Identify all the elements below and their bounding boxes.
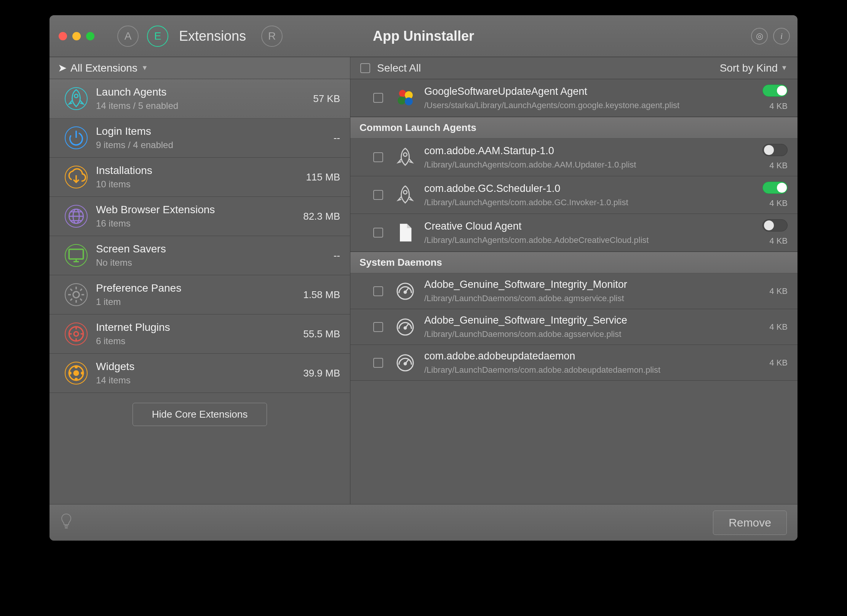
location-arrow-icon: ➤ (58, 62, 67, 74)
sidebar-item-internet-plugins[interactable]: Internet Plugins 6 items 55.5 MB (50, 314, 350, 354)
sidebar-item-sub: 14 items / 5 enabled (96, 101, 178, 111)
list-item[interactable]: Creative Cloud Agent /Library/LaunchAgen… (350, 214, 797, 252)
widget-icon (65, 362, 88, 385)
item-title: com.adobe.AAM.Startup-1.0 (424, 145, 754, 157)
sidebar-item-size: 115 MB (306, 171, 340, 183)
info-button[interactable]: i (773, 28, 790, 45)
gauge-icon (395, 316, 416, 338)
maximize-icon[interactable] (86, 32, 94, 40)
sidebar-item-size: -- (334, 250, 340, 262)
item-checkbox[interactable] (373, 93, 383, 103)
item-checkbox[interactable] (373, 228, 383, 238)
svg-point-13 (69, 372, 71, 374)
chevron-down-icon: ▼ (141, 64, 148, 72)
sidebar-item-sub: 14 items (96, 375, 134, 386)
sidebar-item-label: Widgets (96, 361, 134, 373)
enable-toggle[interactable] (762, 219, 788, 231)
item-title: Creative Cloud Agent (424, 220, 754, 232)
list-item[interactable]: com.adobe.AAM.Startup-1.0 /Library/Launc… (350, 139, 797, 176)
sidebar-item-size: 57 KB (313, 93, 340, 105)
section-header: System Daemons (350, 252, 797, 273)
item-checkbox[interactable] (373, 190, 383, 200)
remove-button[interactable]: Remove (713, 511, 787, 535)
item-checkbox[interactable] (373, 152, 383, 162)
sidebar-item-widgets[interactable]: Widgets 14 items 39.9 MB (50, 354, 350, 393)
tab-extensions[interactable]: E (147, 26, 168, 47)
sort-dropdown[interactable]: Sort by Kind ▼ (720, 62, 788, 74)
feedback-button[interactable]: ◎ (751, 28, 768, 45)
sidebar-item-web-ext[interactable]: Web Browser Extensions 16 items 82.3 MB (50, 197, 350, 236)
sort-label: Sort by Kind (720, 62, 778, 74)
list-item[interactable]: GoogleSoftwareUpdateAgent Agent /Users/s… (350, 79, 797, 117)
sidebar-item-size: 39.9 MB (303, 367, 340, 379)
filter-dropdown[interactable]: ➤ All Extensions ▼ (50, 57, 350, 79)
list-item[interactable]: Adobe_Genuine_Software_Integrity_Service… (350, 309, 797, 345)
item-path: /Library/LaunchAgents/com.adobe.AdobeCre… (424, 235, 754, 245)
sidebar-item-installations[interactable]: Installations 10 items 115 MB (50, 158, 350, 197)
minimize-icon[interactable] (72, 32, 81, 40)
list-item[interactable]: com.adobe.adobeupdatedaemon /Library/Lau… (350, 345, 797, 381)
svg-point-8 (74, 332, 78, 336)
item-size: 4 KB (769, 286, 788, 296)
svg-rect-5 (69, 249, 83, 259)
sidebar-item-login-items[interactable]: Login Items 9 items / 4 enabled -- (50, 118, 350, 158)
main-list[interactable]: GoogleSoftwareUpdateAgent Agent /Users/s… (350, 79, 797, 504)
select-all-checkbox[interactable] (360, 63, 370, 73)
lightbulb-icon (60, 513, 72, 529)
sidebar-item-sub: 10 items (96, 179, 152, 190)
sidebar: Launch Agents 14 items / 5 enabled 57 KB… (50, 79, 350, 504)
rocket-icon (395, 147, 416, 168)
sidebar-item-size: 82.3 MB (303, 211, 340, 222)
item-path: /Library/LaunchDaemons/com.adobe.adobeup… (424, 365, 761, 375)
enable-toggle[interactable] (762, 85, 788, 97)
sidebar-item-sub: No items (96, 257, 166, 268)
extensions-icon: E (154, 30, 161, 42)
tips-button[interactable] (60, 513, 72, 532)
plug-icon (65, 322, 88, 345)
svg-rect-31 (65, 527, 68, 528)
item-checkbox[interactable] (373, 322, 383, 332)
body: Launch Agents 14 items / 5 enabled 57 KB… (50, 79, 797, 504)
item-size: 4 KB (769, 161, 788, 171)
item-checkbox[interactable] (373, 358, 383, 368)
sidebar-item-pref-panes[interactable]: Preference Panes 1 item 1.58 MB (50, 275, 350, 314)
list-item[interactable]: Adobe_Genuine_Software_Integrity_Monitor… (350, 273, 797, 309)
item-size: 4 KB (769, 322, 788, 332)
item-title: com.adobe.adobeupdatedaemon (424, 350, 761, 362)
svg-point-19 (403, 153, 407, 156)
rocket-icon (395, 184, 416, 206)
item-title: com.adobe.GC.Scheduler-1.0 (424, 183, 754, 195)
sidebar-item-sub: 9 items / 4 enabled (96, 140, 173, 150)
sidebar-item-screen-savers[interactable]: Screen Savers No items -- (50, 236, 350, 275)
svg-point-10 (74, 371, 78, 375)
chevron-down-icon: ▼ (781, 64, 788, 72)
svg-point-12 (75, 378, 77, 380)
remaining-icon: R (268, 30, 276, 42)
sidebar-item-size: -- (334, 132, 340, 144)
applications-icon: A (125, 30, 132, 42)
item-path: /Users/starka/Library/LaunchAgents/com.g… (424, 101, 754, 110)
sidebar-item-launch-agents[interactable]: Launch Agents 14 items / 5 enabled 57 KB (50, 79, 350, 118)
tab-applications[interactable]: A (117, 26, 139, 47)
enable-toggle[interactable] (762, 144, 788, 156)
gear-icon (65, 283, 88, 306)
sidebar-item-size: 55.5 MB (303, 328, 340, 340)
titlebar: A E Extensions R App Uninstaller ◎ i (50, 15, 797, 57)
select-all-label: Select All (377, 62, 421, 74)
svg-point-17 (398, 97, 406, 105)
globe-icon (65, 205, 88, 228)
item-size: 4 KB (769, 198, 788, 208)
svg-rect-30 (64, 525, 68, 527)
gauge-icon (395, 352, 416, 373)
close-icon[interactable] (59, 32, 67, 40)
sidebar-item-label: Screen Savers (96, 243, 166, 255)
hide-core-extensions-button[interactable]: Hide Core Extensions (133, 403, 267, 426)
sidebar-item-label: Launch Agents (96, 86, 178, 98)
svg-point-11 (75, 366, 77, 368)
rocket-icon (65, 87, 88, 110)
window-controls (59, 32, 94, 40)
enable-toggle[interactable] (762, 182, 788, 194)
list-item[interactable]: com.adobe.GC.Scheduler-1.0 /Library/Laun… (350, 176, 797, 214)
item-checkbox[interactable] (373, 286, 383, 296)
tab-remaining[interactable]: R (261, 26, 283, 47)
